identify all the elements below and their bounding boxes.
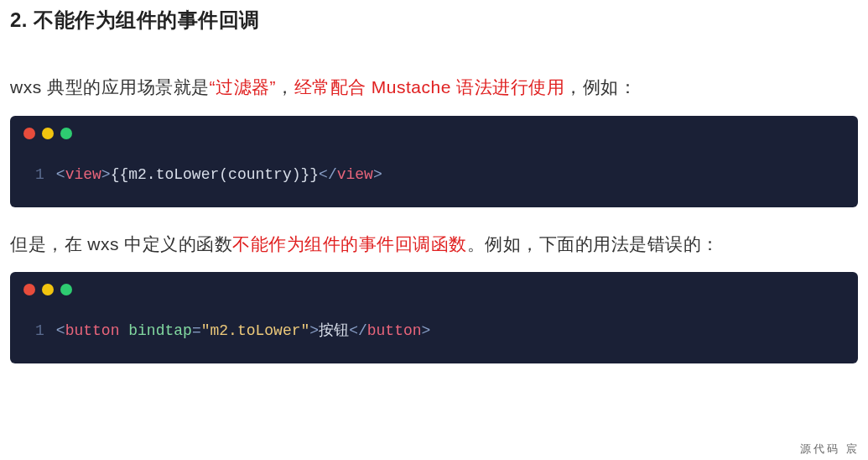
space [119,322,128,339]
window-controls [10,272,858,295]
tag-button-close: button [367,322,422,339]
minimize-icon [42,128,54,139]
tag-button-open: button [65,322,120,339]
code-body-1: 1 <view>{{m2.toLower(country)}}</view> [10,139,858,186]
code-body-2: 1 <button bindtap="m2.toLower">按钮</butto… [10,295,858,342]
window-controls [10,116,858,139]
code-line-2: <button bindtap="m2.toLower">按钮</button> [56,321,431,342]
filter-word: 过滤器 [216,77,270,97]
attr-value: m2.toLower [211,322,301,339]
button-text: 按钮 [319,322,349,339]
often-phrase: 经常配合 Mustache 语法进行使用 [294,77,565,97]
quote-close: " [301,322,310,339]
angle-close: > [101,166,111,183]
quote-open: “ [210,77,216,97]
close-icon [23,128,35,139]
angle-open: < [56,166,65,183]
angle-close-2: > [373,166,382,183]
angle-open: < [56,322,65,339]
close-icon [23,284,35,295]
tag-view-open: view [65,166,101,183]
comma1: ， [276,77,294,97]
angle-close-2: > [422,322,431,339]
angle-open-slash: </ [349,322,367,339]
para1-tail: ，例如： [564,77,637,97]
paragraph-1: wxs 典型的应用场景就是“过滤器”，经常配合 Mustache 语法进行使用，… [10,74,858,101]
mustache-expr: {{m2.toLower(country)}} [111,166,319,183]
angle-open-slash: </ [319,166,337,183]
line-number: 1 [23,321,56,342]
code-block-2: 1 <button bindtap="m2.toLower">按钮</butto… [10,272,858,363]
para2-red: 不能作为组件的事件回调函数 [232,234,467,254]
minimize-icon [42,284,54,295]
attr-bindtap: bindtap [128,322,192,339]
maximize-icon [60,128,72,139]
line-number: 1 [23,165,56,186]
code-line-1: <view>{{m2.toLower(country)}}</view> [56,165,382,186]
paragraph-2: 但是，在 wxs 中定义的函数不能作为组件的事件回调函数。例如，下面的用法是错误… [10,231,858,258]
para1-part1: wxs 典型的应用场景就是 [10,77,210,97]
quote-close: ” [270,77,277,97]
code-block-1: 1 <view>{{m2.toLower(country)}}</view> [10,116,858,207]
para2-part1: 但是，在 wxs 中定义的函数 [10,234,232,254]
section-heading: 2. 不能作为组件的事件回调 [10,7,858,34]
angle-close: > [309,322,319,339]
tag-view-close: view [337,166,373,183]
para2-part2: 。例如，下面的用法是错误的： [467,234,720,254]
maximize-icon [60,284,72,295]
equals: = [192,322,201,339]
quote-open: " [201,322,211,339]
